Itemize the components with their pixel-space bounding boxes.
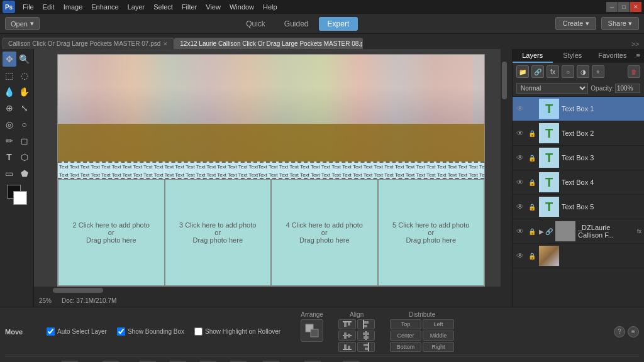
opacity-input[interactable] [615,84,640,93]
custom-shape-tool[interactable]: ⬟ [18,166,31,181]
text-options-btn[interactable]: T Text Options [90,359,131,362]
menu-window[interactable]: Window [226,2,258,12]
dist-center-btn[interactable]: Center [390,331,421,341]
layer-lock-7[interactable]: 🔒 [528,251,536,260]
undo-btn[interactable]: ↩ Undo [134,359,162,362]
tab-guided[interactable]: Guided [275,17,318,31]
layer-item-4[interactable]: 👁 🔒 T Text Box 4 [513,170,644,195]
new-group-btn[interactable]: 📁 [516,65,529,78]
photo-cell-4[interactable]: 4 Click here to add photo or Drag photo … [271,179,378,286]
healing-tool[interactable]: ⊕ [3,101,16,116]
canvas-scroll[interactable]: Text Text Text Text Text Text Text Text … [34,49,508,307]
layer-mask-btn[interactable]: ○ [562,65,574,78]
align-right-btn[interactable] [357,342,375,352]
hand-tool[interactable]: ✋ [18,84,31,99]
maximize-button[interactable]: □ [618,2,630,12]
layer-vis-6[interactable]: 👁 [515,226,525,236]
background-color[interactable] [13,191,27,205]
open-button[interactable]: Open ▾ [5,17,40,30]
paint-bucket-tool[interactable]: ⬡ [18,150,31,165]
tab-layers[interactable]: Layers [513,49,553,63]
zoom-tool[interactable]: 🔍 [18,52,31,67]
crop-tool[interactable]: ⤡ [18,101,31,116]
layer-lock-1[interactable] [528,104,536,113]
layer-lock-4[interactable]: 🔒 [528,178,536,187]
move-tool[interactable]: ✥ [3,52,16,67]
redo-btn[interactable]: ↪ Redo [164,359,192,362]
doc-tab-2[interactable]: 12x12 Laurie Callison Click Or Drag Larg… [174,38,363,49]
minimize-button[interactable]: ─ [606,2,618,12]
layer-vis-2[interactable]: 👁 [515,128,525,138]
layer-lock-5[interactable]: 🔒 [528,202,536,211]
photo-bin-btn[interactable]: 🖼 Photo Bin [53,359,87,362]
photo-cell-2[interactable]: 2 Click here to add photo or Drag photo … [58,179,165,286]
dist-middle-btn[interactable]: Middle [423,331,454,341]
eyedropper-tool[interactable]: 💧 [3,84,16,99]
tab-expert[interactable]: Expert [319,17,358,31]
layer-item-3[interactable]: 👁 🔒 T Text Box 3 [513,146,644,170]
rotate-btn[interactable]: ↻ Rotate [194,359,222,362]
align-bottom-btn[interactable] [338,342,356,352]
tab-styles[interactable]: Styles [553,49,593,63]
blend-mode-select[interactable]: Normal [516,83,588,94]
menu-select[interactable]: Select [150,2,177,12]
adjustment-btn[interactable]: ◑ [577,65,589,78]
layer-vis-5[interactable]: 👁 [515,202,525,212]
menu-view[interactable]: View [202,2,225,12]
color-swatch[interactable] [7,185,27,205]
menu-image[interactable]: Image [60,2,87,12]
menu-filter[interactable]: Filter [178,2,201,12]
menu-enhance[interactable]: Enhance [87,2,122,12]
share-button[interactable]: Share ▾ [601,17,639,30]
layer-item-7[interactable]: 👁 🔒 [513,244,644,268]
delete-layer-btn[interactable]: 🗑 [628,65,640,78]
text-tool[interactable]: T [3,150,16,165]
lasso-tool[interactable]: ◌ [18,68,31,83]
layer-lock-2[interactable]: 🔒 [528,129,536,138]
more-options-btn[interactable]: ≡ [628,326,639,337]
photo-cell-3[interactable]: 3 Click here to add photo or Drag photo … [165,179,272,286]
more-btn[interactable]: … More [337,359,365,362]
layout-btn[interactable]: ⊞ Layout [225,359,252,362]
eraser-tool[interactable]: ◻ [18,133,31,148]
photo-cell-5[interactable]: 5 Click here to add photo or Drag photo … [378,179,485,286]
dist-left-btn[interactable]: Left [423,319,454,329]
organise-btn[interactable]: 📋 Organise [255,359,288,362]
rect-select-tool[interactable]: ⬚ [3,68,16,83]
align-top-btn[interactable] [338,319,356,329]
layer-item-6[interactable]: 👁 🔒 ▶ 🔗 _DZLaurie Callison F... fx [513,219,644,244]
layer-item-2[interactable]: 👁 🔒 T Text Box 2 [513,121,644,146]
menu-edit[interactable]: Edit [39,2,58,12]
horizontal-scrollbar[interactable] [34,287,501,294]
align-middle-btn[interactable] [357,331,375,341]
home-screen-btn[interactable]: ⌂ Home Screen [290,359,335,362]
tab-quick[interactable]: Quick [237,17,274,31]
layer-lock-3[interactable]: 🔒 [528,153,536,162]
layer-lock-6[interactable]: 🔒 [528,227,536,236]
tab-scroll-btn[interactable]: >> [629,40,641,49]
layer-vis-1[interactable]: 👁 [515,104,525,114]
layer-vis-7[interactable]: 👁 [515,251,525,261]
show-highlight-checkbox[interactable] [194,327,203,336]
layer-style-btn[interactable]: fx [547,65,559,78]
layer-vis-3[interactable]: 👁 [515,153,525,163]
new-layer-btn[interactable]: + [592,65,604,78]
close-button[interactable]: ✕ [630,2,641,12]
layer-item-1[interactable]: 👁 T Text Box 1 [513,97,644,121]
link-layers-btn[interactable]: 🔗 [531,65,544,78]
auto-select-checkbox[interactable] [47,327,55,336]
create-button[interactable]: Create ▾ [555,17,596,30]
dodge-tool[interactable]: ○ [18,117,31,132]
align-left-btn[interactable] [357,319,375,329]
shape-tool[interactable]: ▭ [3,166,16,181]
tab-favorites[interactable]: Favorites [592,49,633,63]
blur-tool[interactable]: ◎ [3,117,16,132]
doc-tab-1[interactable]: Callison Click Or Drag Large Pockets MAS… [3,38,174,49]
layer-item-5[interactable]: 👁 🔒 T Text Box 5 [513,195,644,219]
help-button[interactable]: ? [614,326,625,337]
dist-top-btn[interactable]: Top [390,319,421,329]
doc-close-1[interactable]: ✕ [163,41,168,47]
dist-right-btn[interactable]: Right [423,342,454,352]
brush-tool[interactable]: ✏ [3,133,16,148]
menu-help[interactable]: Help [259,2,281,12]
